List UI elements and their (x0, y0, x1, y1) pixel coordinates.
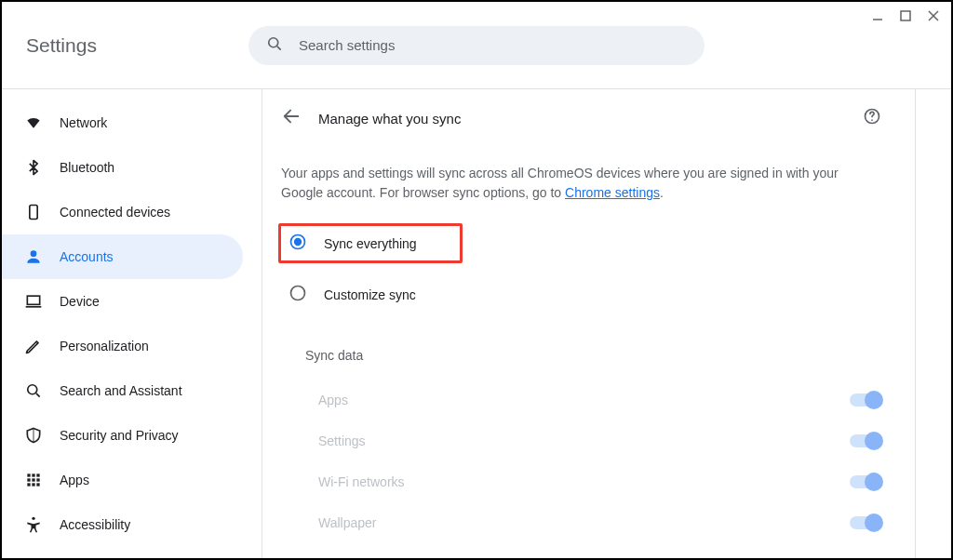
accessibility-icon (24, 515, 43, 534)
svg-point-4 (269, 37, 278, 47)
toggle-label: Apps (318, 393, 348, 407)
svg-rect-12 (27, 473, 30, 476)
svg-rect-8 (27, 296, 39, 304)
svg-point-26 (291, 287, 305, 300)
toggle-switch[interactable] (850, 393, 881, 407)
radio-label: Customize sync (324, 287, 416, 302)
svg-rect-16 (32, 478, 34, 481)
svg-point-7 (31, 250, 37, 257)
person-icon (24, 247, 43, 266)
svg-rect-17 (36, 478, 39, 481)
svg-point-10 (28, 385, 37, 394)
toggle-row-wifi: Wi-Fi networks (281, 461, 881, 502)
chrome-settings-link[interactable]: Chrome settings (565, 185, 660, 200)
page-title: Manage what you sync (318, 111, 461, 127)
sidebar: Network Bluetooth Connected devices Acco… (2, 89, 262, 558)
radio-label: Sync everything (324, 236, 417, 251)
sidebar-item-label: Device (60, 294, 100, 309)
sidebar-item-accessibility[interactable]: Accessibility (2, 502, 243, 547)
app-title: Settings (20, 34, 97, 57)
svg-point-21 (32, 517, 34, 520)
radio-customize-sync[interactable]: Customize sync (281, 274, 881, 314)
svg-rect-6 (30, 206, 37, 220)
apps-grid-icon (24, 471, 43, 489)
help-icon[interactable] (863, 107, 881, 129)
sidebar-item-apps[interactable]: Apps (2, 458, 243, 502)
shield-icon (24, 426, 43, 445)
svg-point-23 (871, 119, 873, 121)
page-head: Manage what you sync (281, 106, 881, 130)
svg-rect-15 (27, 478, 30, 481)
svg-rect-20 (36, 483, 39, 486)
sidebar-item-label: Network (60, 115, 107, 130)
toggle-row-settings: Settings (281, 420, 881, 461)
toggle-switch[interactable] (850, 516, 881, 529)
sidebar-item-label: Accounts (60, 249, 114, 264)
bluetooth-icon (24, 158, 43, 177)
sidebar-item-accounts[interactable]: Accounts (2, 234, 243, 279)
svg-point-25 (294, 238, 302, 246)
svg-rect-1 (901, 11, 910, 20)
svg-rect-13 (32, 473, 34, 476)
highlight-box: Sync everything (278, 223, 463, 263)
toggle-label: Wi-Fi networks (318, 474, 405, 489)
toggle-label: Settings (318, 433, 366, 448)
search-icon (265, 34, 284, 57)
toggle-row-apps: Apps (281, 380, 881, 420)
sidebar-item-connected-devices[interactable]: Connected devices (2, 190, 243, 234)
radio-checked-icon (289, 233, 307, 254)
sidebar-item-label: Search and Assistant (60, 383, 182, 398)
sidebar-item-security-privacy[interactable]: Security and Privacy (2, 413, 243, 458)
sidebar-item-label: Security and Privacy (60, 428, 179, 443)
close-icon[interactable] (927, 9, 940, 22)
pencil-icon (24, 337, 43, 355)
window-controls (871, 9, 940, 22)
svg-rect-14 (36, 473, 39, 476)
search-icon (24, 381, 43, 400)
sidebar-item-personalization[interactable]: Personalization (2, 324, 243, 368)
wifi-icon (24, 113, 43, 132)
header: Settings (2, 2, 951, 89)
sidebar-item-label: Bluetooth (60, 160, 114, 175)
search-bar[interactable] (248, 26, 705, 65)
sidebar-item-network[interactable]: Network (2, 100, 243, 145)
toggle-switch[interactable] (850, 475, 881, 488)
phone-icon (24, 203, 43, 221)
back-arrow-icon[interactable] (281, 106, 302, 130)
svg-rect-18 (27, 483, 30, 486)
sidebar-item-search-assistant[interactable]: Search and Assistant (2, 368, 243, 413)
main-content: Manage what you sync Your apps and setti… (262, 89, 916, 558)
sidebar-item-device[interactable]: Device (2, 279, 243, 324)
toggle-row-wallpaper: Wallpaper (281, 502, 881, 543)
svg-line-5 (277, 46, 281, 49)
sidebar-item-label: Apps (60, 473, 89, 487)
svg-rect-19 (32, 483, 34, 486)
sync-data-heading: Sync data (281, 348, 881, 363)
svg-line-11 (36, 393, 40, 397)
minimize-icon[interactable] (871, 9, 884, 22)
radio-sync-everything[interactable]: Sync everything (289, 233, 452, 254)
sidebar-item-label: Personalization (60, 339, 149, 353)
sidebar-item-label: Connected devices (60, 205, 170, 220)
search-input[interactable] (299, 37, 688, 53)
maximize-icon[interactable] (899, 9, 912, 22)
toggle-label: Wallpaper (318, 515, 377, 530)
page-description: Your apps and settings will sync across … (281, 164, 881, 203)
sidebar-item-label: Accessibility (60, 517, 130, 532)
laptop-icon (24, 292, 43, 311)
toggle-switch[interactable] (850, 434, 881, 447)
radio-unchecked-icon (289, 284, 307, 305)
sidebar-item-bluetooth[interactable]: Bluetooth (2, 145, 243, 190)
